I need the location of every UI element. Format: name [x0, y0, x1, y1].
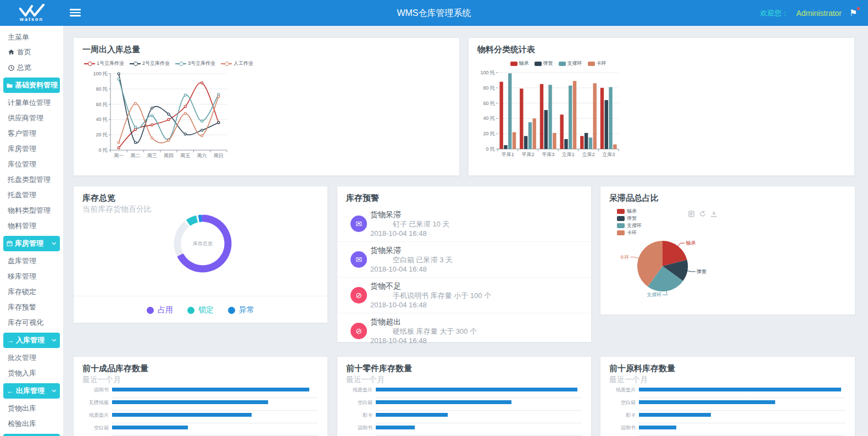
arrow-out-icon: ← — [7, 387, 14, 395]
bar-value[interactable] — [112, 388, 309, 391]
legend-label: 占用 — [158, 305, 173, 315]
bar-track — [639, 426, 845, 429]
sidebar-item-库房管理[interactable]: 库房管理 — [0, 141, 63, 157]
sidebar-group-基础资料管理[interactable]: 基础资料管理 — [3, 78, 60, 93]
bar-value[interactable] — [376, 413, 448, 417]
legend-swatch — [535, 62, 542, 66]
sidebar-group-入库管理[interactable]: →入库管理 — [3, 333, 60, 348]
legend-item-轴承[interactable]: 轴承 — [510, 60, 529, 67]
overview-legend-锁定[interactable]: 锁定 — [187, 305, 214, 315]
bar-value[interactable] — [112, 400, 268, 404]
bar-label: 说明书 — [337, 424, 372, 432]
svg-text:平库2: 平库2 — [521, 152, 534, 157]
legend-item-1号立库作业[interactable]: 1号立库作业 — [84, 60, 124, 67]
bar-value[interactable] — [639, 426, 676, 429]
alert-timestamp: 2018-10-04 16:48 — [370, 336, 582, 345]
sidebar-item-库位管理[interactable]: 库位管理 — [0, 157, 63, 172]
notification-badge — [857, 7, 860, 10]
bar-track — [639, 413, 845, 417]
home-icon — [8, 49, 14, 55]
svg-text:0 托: 0 托 — [98, 147, 108, 153]
bar-label: 彩卡 — [337, 412, 372, 419]
sidebar-item-货物出库[interactable]: 货物出库 — [0, 401, 63, 416]
sidebar-item-label: 供应商管理 — [8, 111, 43, 126]
alert-body: 货物呆滞钉子 已呆滞 10 天2018-10-04 16:48 — [370, 210, 582, 238]
sidebar-item-库存预警[interactable]: 库存预警 — [0, 300, 63, 315]
bar-value[interactable] — [639, 413, 711, 417]
bar-value[interactable] — [112, 413, 252, 417]
svg-text:周六: 周六 — [197, 153, 207, 158]
sidebar-item-库存可视化[interactable]: 库存可视化 — [0, 315, 63, 330]
sidebar-item-盘库管理[interactable]: 盘库管理 — [0, 253, 63, 269]
sidebar-item-托盘类型管理[interactable]: 托盘类型管理 — [0, 172, 63, 187]
sidebar-item-移库管理[interactable]: 移库管理 — [0, 269, 63, 284]
bar-value[interactable] — [112, 426, 188, 429]
legend-swatch — [559, 62, 566, 66]
svg-text:80 托: 80 托 — [483, 85, 495, 91]
bar-value[interactable] — [376, 388, 577, 391]
legend-item-卡环[interactable]: 卡环 — [588, 60, 607, 67]
sidebar-item-托盘管理[interactable]: 托盘管理 — [0, 187, 63, 203]
bar-track — [112, 413, 318, 417]
card-subtitle: 最近一个月 — [82, 375, 121, 385]
overview-legend-占用[interactable]: 占用 — [147, 305, 173, 315]
sidebar-item-总览[interactable]: 总览 — [0, 60, 63, 75]
sidebar-item-检验出库[interactable]: 检验出库 — [0, 416, 63, 432]
sidebar-item-label: 盘库管理 — [8, 253, 36, 269]
alert-item-货物超出[interactable]: ⊘货物超出硬纸板 库存量 大于 300 个2018-10-04 16:48 — [337, 313, 591, 349]
notifications-flag-button[interactable]: ⚑ — [849, 8, 859, 19]
line-marker-icon — [175, 62, 186, 66]
sidebar-group-partial[interactable] — [3, 434, 60, 436]
alert-timestamp: 2018-10-04 16:48 — [370, 300, 582, 310]
bar-value[interactable] — [639, 388, 841, 391]
legend-item-支撑环[interactable]: 支撑环 — [559, 60, 582, 67]
card-title: 前十成品库存数量 — [82, 363, 148, 374]
sidebar-item-计量单位管理[interactable]: 计量单位管理 — [0, 95, 63, 111]
sidebar-items: 首页总览基础资料管理计量单位管理供应商管理客户管理库房管理库位管理托盘类型管理托… — [0, 45, 63, 436]
svg-text:弹簧: 弹簧 — [697, 269, 706, 274]
bar-label: 纸质垫片 — [600, 387, 636, 394]
legend-label: 支撑环 — [567, 60, 582, 67]
sidebar-item-物料管理[interactable]: 物料管理 — [0, 218, 63, 234]
card-top-raw-materials: 前十原料库存数量 最近一个月 纸质垫片空白箱彩卡说明书 — [600, 356, 855, 436]
sidebar-item-客户管理[interactable]: 客户管理 — [0, 126, 63, 141]
legend-label: 人工作业 — [233, 60, 253, 67]
bar-row-纸质垫片: 纸质垫片 — [337, 385, 581, 398]
overview-legend-异常[interactable]: 异常 — [228, 305, 254, 315]
sidebar-item-物料类型管理[interactable]: 物料类型管理 — [0, 203, 63, 218]
bar-track — [112, 400, 318, 404]
legend-item-2号立库作业[interactable]: 2号立库作业 — [130, 60, 170, 67]
legend-item-弹簧[interactable]: 弹簧 — [535, 60, 553, 67]
svg-text:支撑环: 支撑环 — [647, 292, 661, 297]
legend-item-人工作业[interactable]: 人工作业 — [221, 60, 253, 67]
bar-label: 纸质垫片 — [337, 387, 372, 394]
welcome-label: 欢迎您： — [760, 8, 789, 18]
svg-text:周四: 周四 — [164, 153, 174, 158]
bar-row-彩卡: 彩卡 — [337, 411, 581, 423]
sidebar-item-供应商管理[interactable]: 供应商管理 — [0, 111, 63, 126]
sidebar-group-label: 库房管理 — [15, 239, 49, 249]
top-raw-bar-chart: 纸质垫片空白箱彩卡说明书 — [600, 385, 845, 436]
legend-dot-icon — [147, 307, 154, 314]
sidebar-item-库存锁定[interactable]: 库存锁定 — [0, 284, 63, 300]
alert-item-货物呆滞[interactable]: ✉货物呆滞空白箱 已呆滞 3 天2018-10-04 16:48 — [337, 241, 591, 277]
sidebar-item-货物入库[interactable]: 货物入库 — [0, 366, 63, 381]
alert-item-货物呆滞[interactable]: ✉货物呆滞钉子 已呆滞 10 天2018-10-04 16:48 — [337, 206, 591, 241]
card-stagnant-ratio: 呆滞品总占比 轴承弹簧支撑环卡环 轴承弹簧支撑环卡环 — [600, 186, 855, 315]
username[interactable]: Administrator — [797, 9, 842, 18]
alert-message: 空白箱 已呆滞 3 天 — [370, 255, 582, 264]
legend-item-3号立库作业[interactable]: 3号立库作业 — [175, 60, 215, 67]
alert-item-货物不足[interactable]: ⊘货物不足手机说明书 库存量 小于 100 个2018-10-04 16:48 — [337, 277, 591, 313]
svg-text:卡环: 卡环 — [620, 255, 630, 260]
sidebar-item-批次管理[interactable]: 批次管理 — [0, 350, 63, 366]
bar-value[interactable] — [376, 426, 415, 429]
bar-value[interactable] — [639, 400, 775, 404]
bar-row-空白箱: 空白箱 — [600, 398, 845, 411]
warehouse-icon — [7, 240, 13, 248]
sidebar-item-首页[interactable]: 首页 — [0, 45, 63, 60]
card-title: 库存预警 — [346, 193, 379, 203]
sidebar-group-出库管理[interactable]: ←出库管理 — [3, 383, 60, 399]
bar-value[interactable] — [376, 400, 511, 404]
sidebar-group-库房管理[interactable]: 库房管理 — [3, 236, 60, 251]
chevron-down-icon — [52, 339, 57, 342]
